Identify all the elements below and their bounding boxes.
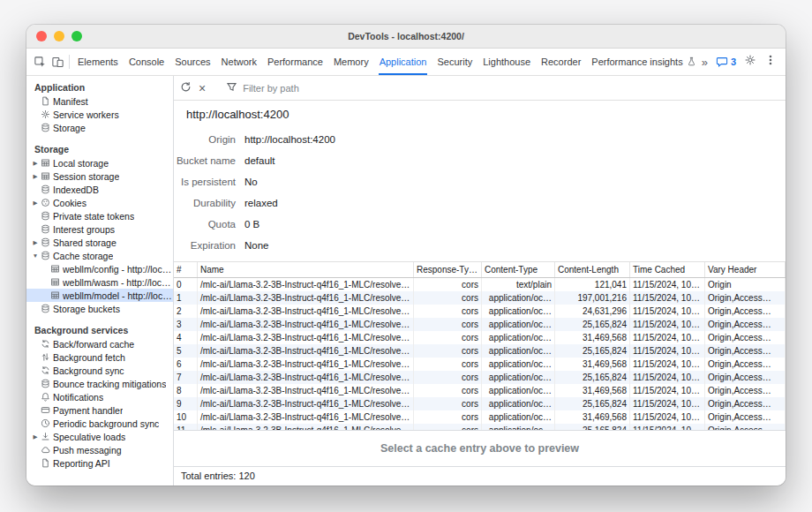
content-type-cell: application/oc… [482, 318, 555, 331]
devtools-tab-strip: ElementsConsoleSourcesNetworkPerformance… [26, 49, 786, 76]
sidebar-item-label: Speculative loads [53, 432, 125, 442]
sidebar-item-private-state-tokens[interactable]: Private state tokens [26, 209, 173, 222]
chevron-right-icon[interactable]: ▶ [31, 200, 40, 207]
sidebar-item-manifest[interactable]: Manifest [26, 94, 173, 108]
chevron-right-icon[interactable]: ▶ [31, 433, 40, 440]
sidebar-item-back-forward-cache[interactable]: Back/forward cache [26, 337, 173, 350]
sidebar-item-cookies[interactable]: ▶Cookies [26, 196, 173, 209]
column-header-name[interactable]: Name [198, 262, 414, 278]
sidebar-item-notifications[interactable]: Notifications [26, 390, 173, 403]
column-header-vary-header[interactable]: Vary Header [705, 262, 786, 278]
response-type-cell: cors [414, 331, 482, 344]
macos-titlebar[interactable]: DevTools - localhost:4200/ [26, 25, 786, 49]
column-header-content-length[interactable]: Content-Length [555, 262, 630, 278]
sidebar-item-speculative-loads[interactable]: ▶Speculative loads [26, 430, 173, 443]
tab-label: Lighthouse [483, 56, 530, 67]
sidebar-item-storage-buckets[interactable]: Storage buckets [26, 302, 173, 315]
chevron-right-icon[interactable]: ▶ [31, 160, 40, 167]
column-header-content-type[interactable]: Content-Type [482, 262, 555, 278]
column-header-[interactable]: # [174, 262, 198, 278]
issues-badge[interactable]: 3 [716, 56, 736, 68]
tab-elements[interactable]: Elements [72, 49, 124, 75]
sidebar-item-storage[interactable]: Storage [26, 121, 173, 134]
sidebar-item-service-workers[interactable]: Service workers [26, 108, 173, 121]
tab-application[interactable]: Application [374, 49, 432, 75]
tab-sources[interactable]: Sources [169, 49, 215, 75]
cache-entry-row[interactable]: 4/mlc-ai/Llama-3.2-3B-Instruct-q4f16_1-M… [174, 331, 786, 344]
more-tabs-icon[interactable]: » [702, 56, 708, 69]
cache-entry-row[interactable]: 5/mlc-ai/Llama-3.2-3B-Instruct-q4f16_1-M… [174, 344, 786, 358]
cache-entry-row[interactable]: 2/mlc-ai/Llama-3.2-3B-Instruct-q4f16_1-M… [174, 305, 786, 318]
tab-lighthouse[interactable]: Lighthouse [477, 49, 536, 75]
sidebar-item-webllm-model-http-loc[interactable]: webllm/model - http://loc… [26, 289, 173, 302]
inspect-element-icon[interactable] [31, 49, 49, 75]
response-type-cell: cors [414, 291, 482, 305]
tab-performance-insights[interactable]: Performance insights [586, 49, 701, 75]
table-icon [49, 277, 60, 288]
detail-label: Is persistent [174, 177, 236, 187]
sidebar-item-bounce-tracking-mitigations[interactable]: Bounce tracking mitigations [26, 377, 173, 390]
settings-gear-icon[interactable] [744, 54, 756, 70]
filter-box[interactable]: Filter by path [226, 80, 299, 96]
cache-entry-row[interactable]: 7/mlc-ai/Llama-3.2-3B-Instruct-q4f16_1-M… [174, 371, 786, 384]
entry-number-cell: 11 [174, 424, 198, 430]
sidebar-item-shared-storage[interactable]: ▶Shared storage [26, 236, 173, 249]
chevron-down-icon[interactable]: ▼ [31, 252, 40, 259]
entry-number-cell: 3 [174, 318, 198, 331]
cloud-icon [40, 445, 50, 456]
tab-recorder[interactable]: Recorder [536, 49, 586, 75]
detail-row-expiration: ExpirationNone [174, 235, 786, 256]
filter-input[interactable]: Filter by path [243, 83, 299, 94]
cache-entry-row[interactable]: 3/mlc-ai/Llama-3.2-3B-Instruct-q4f16_1-M… [174, 318, 786, 331]
tab-console[interactable]: Console [124, 49, 169, 75]
chevron-right-icon[interactable]: ▶ [31, 173, 40, 180]
sidebar-item-background-sync[interactable]: Background sync [26, 364, 173, 377]
sidebar-item-webllm-wasm-http-loca[interactable]: webllm/wasm - http://loca… [26, 275, 173, 289]
device-toolbar-icon[interactable] [49, 49, 66, 75]
sidebar-item-indexeddb[interactable]: IndexedDB [26, 183, 173, 196]
cache-entry-row[interactable]: 0/mlc-ai/Llama-3.2-3B-Instruct-q4f16_1-M… [174, 278, 786, 292]
sidebar-item-cache-storage[interactable]: ▼Cache storage [26, 249, 173, 262]
sidebar-item-label: Cache storage [53, 251, 113, 261]
sidebar-item-label: Periodic background sync [53, 418, 159, 429]
content-length-cell: 197,001,216 [555, 291, 630, 305]
kebab-menu-icon[interactable] [764, 54, 777, 70]
column-header-time-cached[interactable]: Time Cached [630, 262, 705, 278]
sidebar-item-push-messaging[interactable]: Push messaging [26, 443, 173, 456]
database-icon [40, 251, 50, 261]
sidebar-item-local-storage[interactable]: ▶Local storage [26, 156, 173, 169]
tab-performance[interactable]: Performance [262, 49, 328, 75]
tab-memory[interactable]: Memory [328, 49, 374, 75]
zoom-window-button[interactable] [71, 31, 82, 41]
time-cached-cell: 11/15/2024, 10… [630, 410, 705, 424]
column-header-response-type[interactable]: Response-Type [414, 262, 482, 278]
sidebar-item-label: webllm/config - http://loc… [63, 264, 171, 275]
cache-entry-row[interactable]: 9/mlc-ai/Llama-3.2-3B-Instruct-q4f16_1-M… [174, 397, 786, 410]
detail-value: 0 B [244, 219, 259, 230]
sidebar-item-background-fetch[interactable]: Background fetch [26, 350, 173, 364]
sidebar-item-periodic-background-sync[interactable]: Periodic background sync [26, 417, 173, 430]
cache-entry-row[interactable]: 1/mlc-ai/Llama-3.2-3B-Instruct-q4f16_1-M… [174, 291, 786, 305]
delete-selected-button[interactable]: × [199, 82, 206, 94]
cache-entry-row[interactable]: 10/mlc-ai/Llama-3.2-3B-Instruct-q4f16_1-… [174, 410, 786, 424]
minimize-window-button[interactable] [54, 31, 64, 41]
chevron-right-icon[interactable]: ▶ [31, 239, 40, 246]
detail-label: Origin [174, 134, 236, 145]
tab-network[interactable]: Network [216, 49, 262, 75]
sidebar-item-reporting-api[interactable]: Reporting API [26, 456, 173, 470]
sidebar-item-interest-groups[interactable]: Interest groups [26, 222, 173, 236]
detail-row-durability: Durabilityrelaxed [174, 192, 786, 214]
detail-value: relaxed [244, 198, 278, 208]
refresh-button[interactable] [180, 80, 192, 96]
close-window-button[interactable] [36, 31, 47, 41]
cache-entry-row[interactable]: 8/mlc-ai/Llama-3.2-3B-Instruct-q4f16_1-M… [174, 384, 786, 397]
sidebar-item-label: Back/forward cache [53, 339, 134, 350]
cache-entry-row[interactable]: 11/mlc-ai/Llama-3.2-3B-Instruct-q4f16_1-… [174, 424, 786, 430]
sidebar-item-webllm-config-http-loc[interactable]: webllm/config - http://loc… [26, 262, 173, 275]
sidebar-item-payment-handler[interactable]: Payment handler [26, 403, 173, 417]
sidebar-item-session-storage[interactable]: ▶Session storage [26, 169, 173, 183]
cache-entry-row[interactable]: 6/mlc-ai/Llama-3.2-3B-Instruct-q4f16_1-M… [174, 358, 786, 371]
tab-security[interactable]: Security [432, 49, 477, 75]
detail-value: No [244, 177, 258, 187]
bell-icon [40, 392, 50, 403]
